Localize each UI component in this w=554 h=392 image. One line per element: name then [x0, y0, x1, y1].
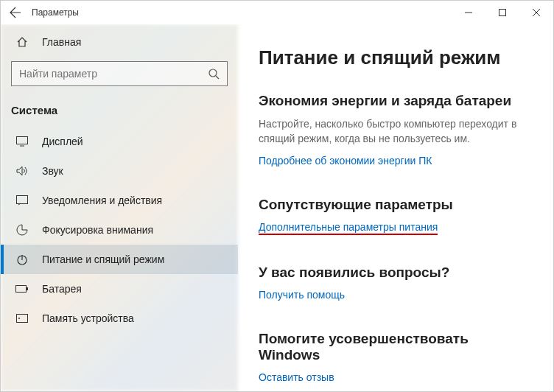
svg-point-1	[209, 69, 217, 77]
sidebar-item-display[interactable]: Дисплей	[1, 127, 238, 156]
section-title: Сопутствующие параметры	[259, 197, 533, 213]
svg-rect-3	[17, 196, 28, 204]
feedback-link[interactable]: Оставить отзыв	[259, 371, 334, 383]
display-icon	[15, 136, 29, 147]
energy-learn-link[interactable]: Подробнее об экономии энергии ПК	[259, 155, 432, 167]
titlebar: Параметры	[1, 1, 553, 24]
section-help: У вас появились вопросы? Получить помощь	[259, 265, 533, 301]
focus-icon	[15, 224, 29, 236]
sidebar-item-label: Питание и спящий режим	[42, 253, 164, 265]
notifications-icon	[15, 195, 29, 206]
maximize-icon	[499, 9, 506, 16]
home-icon	[15, 36, 29, 48]
home-label: Главная	[42, 36, 81, 48]
search-icon	[208, 68, 220, 80]
section-improve: Помогите усовершенствовать Windows Остав…	[259, 331, 533, 384]
group-title: Система	[1, 97, 238, 127]
svg-rect-6	[27, 287, 28, 290]
sidebar-item-power[interactable]: Питание и спящий режим	[1, 245, 238, 274]
svg-rect-5	[16, 286, 27, 293]
sidebar-item-battery[interactable]: Батарея	[1, 274, 238, 304]
svg-rect-0	[499, 10, 506, 16]
sound-icon	[15, 166, 29, 176]
section-energy: Экономия энергии и заряда батареи Настро…	[259, 93, 533, 167]
sidebar-item-label: Фокусировка внимания	[42, 224, 153, 236]
sidebar-item-label: Звук	[42, 165, 63, 177]
power-icon	[15, 253, 29, 265]
search-input[interactable]	[19, 68, 208, 80]
close-icon	[533, 9, 540, 16]
get-help-link[interactable]: Получить помощь	[259, 289, 345, 301]
sidebar-item-label: Память устройства	[42, 312, 134, 324]
svg-point-8	[18, 318, 20, 319]
window-title: Параметры	[32, 7, 79, 18]
sidebar-inner: Главная Система Дисплей	[1, 29, 238, 333]
svg-rect-2	[17, 137, 28, 144]
sidebar: Главная Система Дисплей	[1, 24, 238, 391]
section-title: Помогите усовершенствовать Windows	[259, 331, 533, 363]
maximize-button[interactable]	[485, 1, 519, 24]
main-area: Главная Система Дисплей	[1, 24, 553, 391]
page-title: Питание и спящий режим	[259, 46, 533, 69]
svg-rect-7	[17, 315, 28, 323]
sidebar-item-storage[interactable]: Память устройства	[1, 304, 238, 333]
sidebar-item-label: Дисплей	[42, 136, 83, 147]
battery-icon	[15, 284, 29, 293]
section-title: У вас появились вопросы?	[259, 265, 533, 281]
back-button[interactable]	[8, 5, 23, 20]
settings-window: Параметры Главная	[0, 0, 554, 392]
sidebar-item-sound[interactable]: Звук	[1, 156, 238, 186]
titlebar-left: Параметры	[8, 5, 79, 20]
window-controls	[452, 1, 553, 24]
minimize-icon	[465, 9, 472, 16]
close-button[interactable]	[519, 1, 553, 24]
sidebar-item-label: Уведомления и действия	[42, 195, 162, 206]
minimize-button[interactable]	[452, 1, 485, 24]
sidebar-item-focus[interactable]: Фокусировка внимания	[1, 215, 238, 245]
section-desc: Настройте, насколько быстро компьютер пе…	[259, 116, 531, 147]
content: Питание и спящий режим Экономия энергии …	[238, 24, 553, 391]
search-wrap	[1, 55, 238, 97]
home-nav[interactable]: Главная	[1, 29, 238, 55]
search-box[interactable]	[11, 61, 228, 86]
section-title: Экономия энергии и заряда батареи	[259, 93, 533, 109]
arrow-left-icon	[10, 7, 21, 18]
section-related: Сопутствующие параметры Дополнительные п…	[259, 197, 533, 235]
storage-icon	[15, 314, 29, 323]
additional-power-link[interactable]: Дополнительные параметры питания	[259, 221, 438, 235]
sidebar-item-label: Батарея	[42, 283, 82, 295]
sidebar-item-notifications[interactable]: Уведомления и действия	[1, 186, 238, 215]
